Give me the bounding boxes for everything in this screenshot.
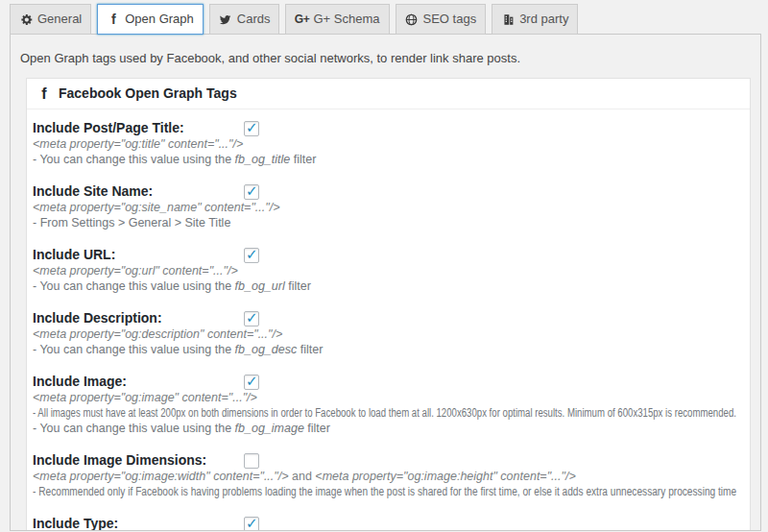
setting-label: Include URL: xyxy=(33,247,736,263)
panel-body: Include Post/Page Title: <meta property=… xyxy=(27,109,750,531)
meta-tag-code: <meta property="og:image" content="..."/… xyxy=(33,390,736,405)
setting-row: Include Image Dimensions: <meta property… xyxy=(33,452,740,499)
meta-tag-code: <meta property="og:url" content="..."/> xyxy=(33,263,736,278)
tab-seo-tags[interactable]: SEO tags xyxy=(396,4,487,35)
tab-label: SEO tags xyxy=(423,12,477,27)
facebook-icon: f xyxy=(38,85,50,102)
setting-checkbox[interactable] xyxy=(244,184,259,200)
setting-label: Include Site Name: xyxy=(33,183,736,200)
setting-row: Include URL: <meta property="og:url" con… xyxy=(33,247,740,294)
setting-checkbox[interactable] xyxy=(244,453,259,469)
meta-tag-code: <meta property="og:description" content=… xyxy=(33,326,736,342)
tab-bar: General f Open Graph Cards G+ G+ Schema … xyxy=(0,0,768,35)
intro-text: Open Graph tags used by Facebook, and ot… xyxy=(20,50,751,66)
panel-title: Facebook Open Graph Tags xyxy=(59,85,237,102)
setting-checkbox[interactable] xyxy=(244,517,259,531)
seo-settings-screen: General f Open Graph Cards G+ G+ Schema … xyxy=(0,0,768,532)
setting-row: Include Type: xyxy=(33,516,740,531)
gplus-icon: G+ xyxy=(295,12,308,26)
setting-label: Include Post/Page Title: xyxy=(33,120,736,136)
setting-help-text: - Recommended only if Facebook is having… xyxy=(33,484,736,499)
tab-label: 3rd party xyxy=(519,12,568,27)
setting-help-text: - You can change this value using the fb… xyxy=(33,152,736,167)
globe-icon xyxy=(405,12,419,26)
tab-label: Cards xyxy=(237,12,271,27)
setting-checkbox[interactable] xyxy=(244,311,259,326)
setting-label: Include Image: xyxy=(33,374,736,390)
tab-label: Open Graph xyxy=(125,12,194,27)
tab-general[interactable]: General xyxy=(10,4,91,35)
tab-g-schema[interactable]: G+ G+ Schema xyxy=(285,4,389,35)
setting-row: Include Image: <meta property="og:image"… xyxy=(33,374,740,436)
panel-header: f Facebook Open Graph Tags xyxy=(27,79,750,109)
tab-3rd-party[interactable]: 3rd party xyxy=(492,4,578,35)
open-graph-tab-panel: Open Graph tags used by Facebook, and ot… xyxy=(10,34,761,531)
twitter-icon xyxy=(219,12,232,26)
tab-open-graph[interactable]: f Open Graph xyxy=(97,4,204,35)
meta-tag-code: <meta property="og:site_name" content=".… xyxy=(33,200,736,215)
setting-label: Include Description: xyxy=(33,310,736,326)
building-icon xyxy=(501,12,515,26)
tab-label: General xyxy=(37,12,82,27)
meta-tag-code: <meta property="og:title" content="..."/… xyxy=(33,136,736,152)
setting-checkbox[interactable] xyxy=(244,248,259,263)
setting-row: Include Post/Page Title: <meta property=… xyxy=(33,120,740,167)
setting-row: Include Site Name: <meta property="og:si… xyxy=(33,183,740,230)
meta-tag-code: <meta property="og:image:width" content=… xyxy=(33,469,736,484)
setting-help-text: - You can change this value using the fb… xyxy=(33,278,736,294)
setting-checkbox[interactable] xyxy=(244,121,259,136)
tab-label: G+ Schema xyxy=(313,12,379,27)
setting-label: Include Image Dimensions: xyxy=(33,452,736,469)
setting-help-text: - You can change this value using the fb… xyxy=(33,421,736,436)
gear-icon xyxy=(19,12,33,26)
setting-help-text: - From Settings > General > Site Title xyxy=(33,215,736,230)
setting-help-text: - All images must have at least 200px on… xyxy=(33,405,736,421)
tab-cards[interactable]: Cards xyxy=(209,4,280,35)
facebook-og-panel: f Facebook Open Graph Tags Include Post/… xyxy=(26,78,751,531)
facebook-icon: f xyxy=(107,12,120,26)
setting-row: Include Description: <meta property="og:… xyxy=(33,310,740,357)
setting-label: Include Type: xyxy=(33,516,736,531)
setting-checkbox[interactable] xyxy=(244,375,259,390)
setting-help-text: - You can change this value using the fb… xyxy=(33,342,736,357)
